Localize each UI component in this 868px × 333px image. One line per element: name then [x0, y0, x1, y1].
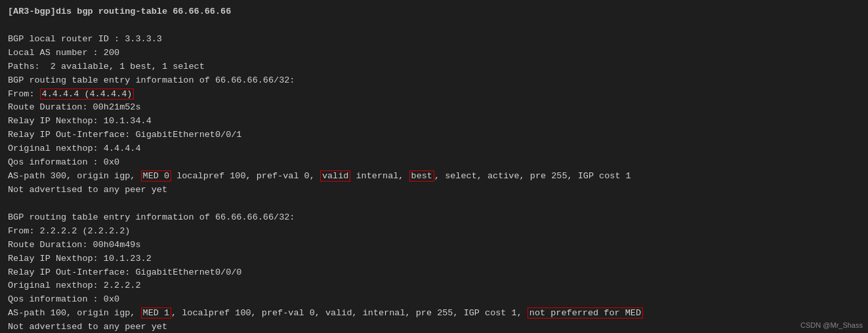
med1-boxed: MED 1	[141, 307, 172, 319]
aspath-line1: AS-path 300, origin igp, MED 0 localpref…	[8, 170, 860, 184]
from-line2: From: 2.2.2.2 (2.2.2.2)	[8, 225, 860, 239]
relay-interface-line2: Relay IP Out-Interface: GigabitEthernet0…	[8, 266, 860, 280]
entry-info-line1: BGP routing table entry information of 6…	[8, 74, 860, 88]
not-advertised-line1: Not advertised to any peer yet	[8, 184, 860, 197]
original-nexthop-line1: Original nexthop: 4.4.4.4	[8, 142, 860, 156]
relay-interface-line1: Relay IP Out-Interface: GigabitEthernet0…	[8, 128, 860, 142]
blank-line-1	[8, 19, 860, 33]
best-boxed: best	[409, 170, 434, 182]
qos-line2: Qos information : 0x0	[8, 293, 860, 307]
route-duration-line1: Route Duration: 00h21m52s	[8, 101, 860, 115]
command-line: [AR3-bgp]dis bgp routing-table 66.66.66.…	[8, 5, 860, 19]
local-as-line: Local AS number : 200	[8, 47, 860, 60]
from-line1: From: 4.4.4.4 (4.4.4.4)	[8, 88, 860, 102]
qos-line1: Qos information : 0x0	[8, 156, 860, 170]
original-nexthop-line2: Original nexthop: 2.2.2.2	[8, 279, 860, 293]
entry-info-line2: BGP routing table entry information of 6…	[8, 211, 860, 225]
med0-boxed: MED 0	[141, 170, 172, 182]
not-preferred-med-boxed: not preferred for MED	[527, 307, 643, 319]
from-address-boxed: 4.4.4.4 (4.4.4.4)	[40, 88, 134, 100]
valid-boxed: valid	[320, 170, 351, 182]
watermark: CSDN @Mr_Shass	[800, 321, 863, 329]
route-duration-line2: Route Duration: 00h04m49s	[8, 239, 860, 252]
aspath-line2: AS-path 100, origin igp, MED 1, localpre…	[8, 307, 860, 321]
terminal-output: [AR3-bgp]dis bgp routing-table 66.66.66.…	[8, 5, 860, 333]
router-id-line: BGP local router ID : 3.3.3.3	[8, 33, 860, 47]
not-advertised-line2: Not advertised to any peer yet	[8, 321, 860, 333]
relay-nexthop-line1: Relay IP Nexthop: 10.1.34.4	[8, 115, 860, 128]
blank-line-2	[8, 197, 860, 211]
paths-line: Paths: 2 available, 1 best, 1 select	[8, 60, 860, 74]
relay-nexthop-line2: Relay IP Nexthop: 10.1.23.2	[8, 252, 860, 266]
